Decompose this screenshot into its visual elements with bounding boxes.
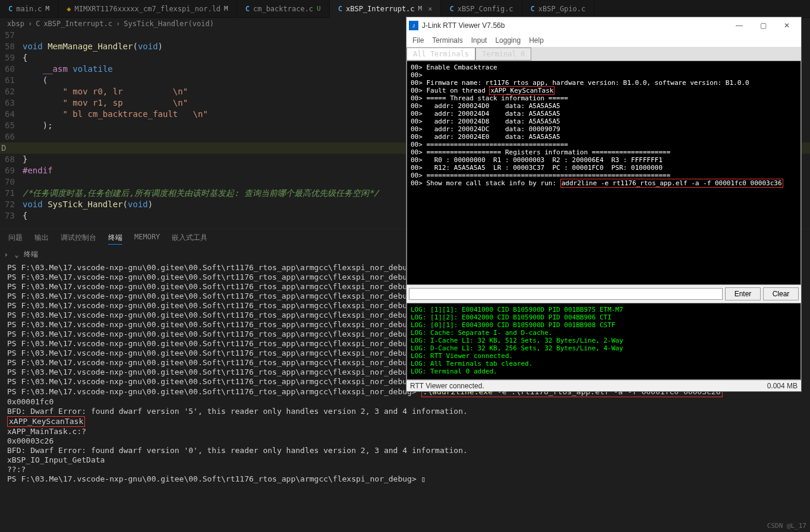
jlink-menubar: FileTerminalsInputLoggingHelp: [406, 34, 801, 48]
status-right: 0.004 MB: [767, 382, 798, 390]
enter-button[interactable]: Enter: [725, 287, 761, 300]
clear-button[interactable]: Clear: [763, 287, 799, 300]
tab-cm_backtrace-c[interactable]: Ccm_backtrace.cU: [237, 0, 330, 18]
panel-tab-1[interactable]: 输出: [34, 233, 49, 245]
jlink-input[interactable]: [409, 288, 723, 300]
line-number: 65: [5, 120, 23, 131]
close-icon[interactable]: ×: [428, 5, 432, 13]
jlink-output[interactable]: 00> Enable Cmbacktrace00>00> Firmware na…: [406, 61, 801, 285]
terminal-line: 0x00003c26: [7, 436, 803, 446]
panel-tab-4[interactable]: MEMORY: [134, 233, 160, 245]
panel-tab-3[interactable]: 终端: [108, 233, 122, 245]
jlink-log[interactable]: LOG: [1][1]: E0041000 CID B105900D PID 0…: [406, 303, 801, 380]
line-number: 63: [5, 97, 23, 109]
panel-tab-0[interactable]: 问题: [8, 233, 23, 245]
file-icon: ◆: [67, 5, 71, 13]
tab-modifier: M: [418, 5, 423, 12]
file-icon: C: [245, 5, 250, 13]
jlink-tabs: All TerminalsTerminal 0: [406, 48, 801, 61]
terminal-line: 0x00001fc0: [7, 397, 803, 407]
jlink-log-line: LOG: All Terminals tab cleared.: [411, 360, 797, 368]
jlink-tab-0[interactable]: All Terminals: [406, 48, 475, 61]
jlink-log-line: LOG: [1][1]: E0041000 CID B105900D PID 0…: [411, 306, 797, 314]
jlink-out-line: 00> addr: 200024DC data: 00009079: [411, 125, 797, 133]
jlink-out-line: 00>: [411, 71, 797, 79]
line-number: 59: [5, 52, 23, 64]
terminal-line: xBSP_IO_Input_GetData: [7, 455, 803, 465]
chevron-down-icon[interactable]: ⌄: [13, 251, 20, 259]
terminal-line: PS F:\03.Me\17.vscode-nxp-gnu\00.gitee\0…: [7, 474, 803, 484]
jlink-title-text: J-Link RTT Viewer V7.56b: [422, 21, 505, 30]
line-number: 73: [5, 210, 23, 221]
breadcrumb-file[interactable]: xBSP_Interrupt.c: [43, 20, 112, 28]
jlink-tab-1[interactable]: Terminal 0: [475, 48, 531, 61]
editor-tabs: Cmain.cM◆MIMXRT1176xxxxx_cm7_flexspi_nor…: [0, 0, 810, 18]
jlink-out-line: 00> Enable Cmbacktrace: [411, 64, 797, 71]
tab-xBSP_Gpio-c[interactable]: CxBSP_Gpio.c: [522, 0, 595, 18]
status-left: RTT Viewer connected.: [410, 382, 484, 390]
menu-file[interactable]: File: [412, 36, 424, 45]
chevron-right-icon[interactable]: ›: [2, 251, 10, 259]
tab-label: xBSP_Gpio.c: [538, 5, 585, 13]
tab-label: xBSP_Config.c: [458, 5, 513, 13]
tab-xBSP_Config-c[interactable]: CxBSP_Config.c: [441, 0, 522, 18]
line-number: 71: [5, 188, 23, 199]
terminal-line: xAPP_KeyScanTask: [7, 416, 803, 427]
terminal-line: BFD: Dwarf Error: found dwarf version '0…: [7, 446, 803, 455]
line-number: 68: [5, 154, 23, 165]
menu-logging[interactable]: Logging: [495, 36, 521, 45]
line-number: 64: [5, 109, 23, 120]
jlink-out-line: 00> Firmware name: rt1176_rtos_app, hard…: [411, 79, 797, 87]
jlink-window: J J-Link RTT Viewer V7.56b — ▢ ✕ FileTer…: [406, 17, 802, 392]
jlink-out-line: 00> addr: 200024D0 data: A5A5A5A5: [411, 102, 797, 110]
maximize-button[interactable]: ▢: [751, 21, 775, 30]
tab-label: xBSP_Interrupt.c: [346, 5, 415, 13]
line-number: 60: [5, 64, 23, 75]
jlink-out-line: 00> R0 : 00000000 R1 : 00000003 R2 : 200…: [411, 156, 797, 164]
terminal-label: 终端: [24, 249, 38, 259]
tab-MIMXRT1176xxxxx_cm7_flexspi_nor-ld[interactable]: ◆MIMXRT1176xxxxx_cm7_flexspi_nor.ldM: [58, 0, 237, 18]
line-number: 69: [5, 165, 23, 176]
close-button[interactable]: ✕: [775, 21, 799, 30]
menu-terminals[interactable]: Terminals: [432, 36, 462, 45]
watermark: CSDN @L_17: [767, 522, 806, 530]
line-number: 62: [5, 86, 23, 97]
jlink-out-line: 00> Fault on thread xAPP_KeyScanTask: [411, 87, 797, 94]
panel-tab-5[interactable]: 嵌入式工具: [172, 233, 207, 245]
tab-label: MIMXRT1176xxxxx_cm7_flexspi_nor.ld: [74, 5, 220, 13]
jlink-input-row: Enter Clear: [406, 285, 801, 303]
file-icon: C: [338, 5, 342, 13]
tab-main-c[interactable]: Cmain.cM: [0, 0, 58, 18]
jlink-out-line: 00> addr: 200024D8 data: A5A5A5A5: [411, 118, 797, 125]
jlink-log-line: LOG: RTT Viewer connected.: [411, 352, 797, 360]
terminal-line: BFD: Dwarf Error: found dwarf version '5…: [7, 407, 803, 416]
terminal-line: xAPP_MainTask.c:?: [7, 427, 803, 436]
menu-help[interactable]: Help: [529, 36, 544, 45]
panel-tab-2[interactable]: 调试控制台: [61, 233, 96, 245]
tab-modifier: U: [317, 5, 321, 12]
breadcrumb-symbol[interactable]: SysTick_Handler(void): [124, 20, 214, 28]
jlink-titlebar[interactable]: J J-Link RTT Viewer V7.56b — ▢ ✕: [406, 17, 801, 34]
file-icon: C: [531, 5, 535, 13]
minimize-button[interactable]: —: [727, 21, 751, 30]
file-icon: C: [449, 5, 453, 13]
breadcrumb-root[interactable]: xbsp: [7, 20, 24, 28]
file-icon: C: [8, 5, 12, 13]
jlink-out-line: 00> =================== Registers inform…: [411, 148, 797, 156]
line-number: 70: [5, 176, 23, 188]
jlink-log-line: LOG: [0][1]: E0043000 CID B105900D PID 0…: [411, 321, 797, 329]
tab-modifier: M: [46, 5, 50, 12]
jlink-out-line: 00> Show more call stack info by run: ad…: [411, 179, 797, 187]
jlink-statusbar: RTT Viewer connected. 0.004 MB: [406, 380, 801, 391]
tab-label: cm_backtrace.c: [253, 5, 313, 13]
tab-xBSP_Interrupt-c[interactable]: CxBSP_Interrupt.cM×: [330, 0, 442, 18]
jlink-log-line: LOG: Terminal 0 added.: [411, 368, 797, 375]
jlink-out-line: 00> addr: 200024D4 data: A5A5A5A5: [411, 110, 797, 118]
jlink-out-line: 00> R12: A5A5A5A5 LR : 00003C37 PC : 000…: [411, 164, 797, 172]
jlink-out-line: 00> addr: 200024E0 data: A5A5A5A5: [411, 133, 797, 141]
jlink-app-icon: J: [409, 21, 418, 30]
line-number: 67: [5, 142, 23, 154]
terminal-line: ??:?: [7, 465, 803, 474]
jlink-out-line: 00> ====================================: [411, 141, 797, 148]
menu-input[interactable]: Input: [471, 36, 487, 45]
